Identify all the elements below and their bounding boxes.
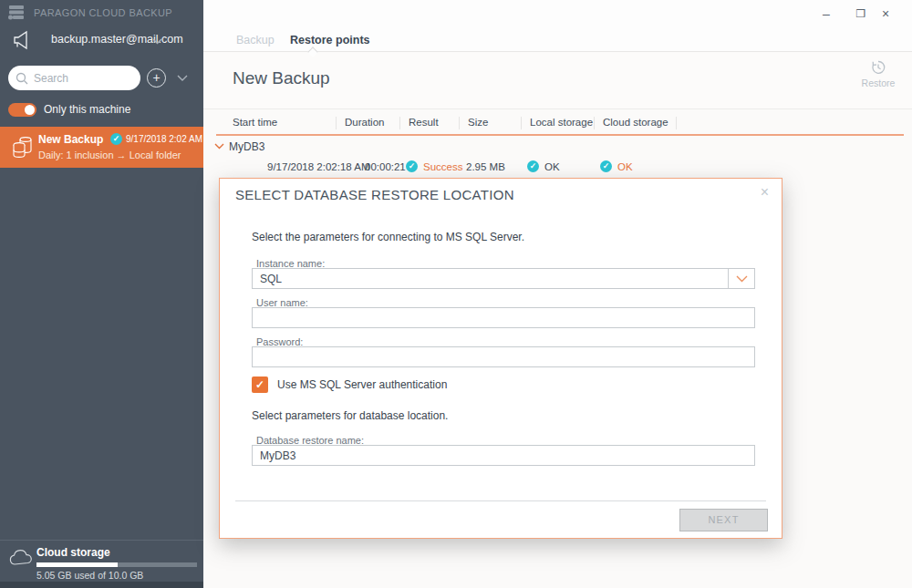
username-field[interactable] <box>252 307 755 328</box>
select-restore-location-dialog: SELECT DATABASE RESTORE LOCATION × Selec… <box>219 178 782 539</box>
window-minimize-button[interactable]: – <box>816 4 836 24</box>
table-header: Start time Duration Result Size Local st… <box>203 109 912 136</box>
backup-item-date: 9/17/2018 2:02 AM <box>126 134 202 144</box>
column-separator <box>594 117 595 129</box>
backup-item-name: New Backup <box>38 133 103 146</box>
column-separator <box>459 117 460 129</box>
storage-title: Cloud storage <box>36 546 110 559</box>
column-result[interactable]: Result <box>409 117 439 128</box>
cell-cloud-storage: OK <box>617 161 633 172</box>
chevron-down-icon[interactable] <box>214 143 224 150</box>
only-this-machine-toggle[interactable] <box>8 103 36 117</box>
search-bar: + <box>0 66 203 90</box>
table-row[interactable]: 9/17/2018 2:02:18 AM 00:00:21 ✓ Success … <box>203 158 912 179</box>
page-header: New Backup Restore <box>203 53 912 109</box>
dialog-section1-text: Select the parameters for connecting to … <box>252 231 524 243</box>
restore-button[interactable]: Restore <box>855 59 902 88</box>
machine-filter-row: Only this machine <box>0 102 203 120</box>
backup-item-schedule: Daily: 1 inclusion → Local folder <box>38 150 181 160</box>
add-backup-button[interactable]: + <box>147 68 166 88</box>
column-separator <box>336 117 337 129</box>
instance-name-value: SQL <box>260 273 282 285</box>
sql-auth-checkbox[interactable]: ✓ <box>252 377 268 393</box>
db-restore-name-field[interactable] <box>252 445 755 466</box>
chevron-down-icon <box>736 275 748 283</box>
check-badge-icon: ✓ <box>600 160 612 172</box>
storage-usage-text: 5.05 GB used of 10.0 GB <box>36 570 143 581</box>
instance-name-select[interactable]: SQL <box>252 268 755 289</box>
next-button[interactable]: NEXT <box>679 509 768 531</box>
dialog-close-icon[interactable]: × <box>761 184 769 201</box>
dialog-title: SELECT DATABASE RESTORE LOCATION <box>235 187 514 202</box>
cell-duration: 00:00:21 <box>365 161 406 172</box>
restore-history-icon <box>870 59 886 76</box>
column-duration[interactable]: Duration <box>345 117 384 128</box>
app-header: PARAGON CLOUD BACKUP <box>7 5 172 20</box>
app-window: PARAGON CLOUD BACKUP backup.master@mail.… <box>0 0 912 588</box>
chevron-down-icon <box>152 38 162 45</box>
check-badge-icon: ✓ <box>406 160 418 172</box>
search-icon <box>16 72 28 85</box>
chevron-down-icon[interactable] <box>177 75 188 82</box>
cell-local-storage: OK <box>544 161 560 172</box>
check-badge-icon: ✓ <box>527 160 539 172</box>
sidebar-bottom-strip <box>0 582 203 588</box>
password-field[interactable] <box>252 346 755 367</box>
dialog-divider <box>235 500 766 501</box>
storage-progress-fill <box>36 562 118 567</box>
cell-result: Success <box>423 161 462 172</box>
sql-auth-checkbox-label: Use MS SQL Server authentication <box>277 378 447 391</box>
app-title: PARAGON CLOUD BACKUP <box>34 7 172 18</box>
group-label: MyDB3 <box>229 140 264 153</box>
tab-backup[interactable]: Backup <box>236 34 275 46</box>
column-separator <box>521 117 522 129</box>
sidebar-item-new-backup[interactable]: New Backup ✓ 9/17/2018 2:02 AM Daily: 1 … <box>0 127 203 168</box>
storage-progress-bar <box>36 562 197 567</box>
window-close-button[interactable]: × <box>876 4 896 24</box>
column-separator <box>399 117 400 129</box>
restore-button-label: Restore <box>855 77 902 88</box>
database-icon <box>11 134 34 160</box>
cloud-icon <box>8 549 35 567</box>
page-title: New Backup <box>233 68 330 88</box>
window-maximize-button[interactable]: ❒ <box>851 4 871 24</box>
search-pill[interactable] <box>8 66 140 90</box>
cell-size: 2.95 MB <box>466 161 505 172</box>
select-chevron[interactable] <box>728 269 754 288</box>
toggle-knob <box>25 105 35 115</box>
column-size[interactable]: Size <box>468 117 488 128</box>
tab-restore-points[interactable]: Restore points <box>290 34 370 46</box>
toggle-label: Only this machine <box>44 103 130 116</box>
paragon-logo-icon <box>7 5 26 20</box>
check-badge-icon: ✓ <box>110 133 122 145</box>
group-row-mydb3[interactable]: MyDB3 <box>203 136 912 158</box>
column-separator <box>676 117 677 129</box>
tab-bar: Backup Restore points – ❒ × <box>203 0 912 52</box>
storage-divider <box>0 540 203 541</box>
account-row[interactable]: backup.master@mail.com <box>0 28 203 52</box>
account-email: backup.master@mail.com <box>51 33 183 46</box>
sidebar: PARAGON CLOUD BACKUP backup.master@mail.… <box>0 0 203 588</box>
megaphone-icon <box>11 30 33 50</box>
column-local-storage[interactable]: Local storage <box>530 117 593 128</box>
search-input[interactable] <box>34 72 129 85</box>
column-start-time[interactable]: Start time <box>233 117 277 128</box>
column-cloud-storage[interactable]: Cloud storage <box>603 117 668 128</box>
dialog-section2-text: Select parameters for database location. <box>252 409 448 422</box>
cell-start-time: 9/17/2018 2:02:18 AM <box>267 161 370 172</box>
